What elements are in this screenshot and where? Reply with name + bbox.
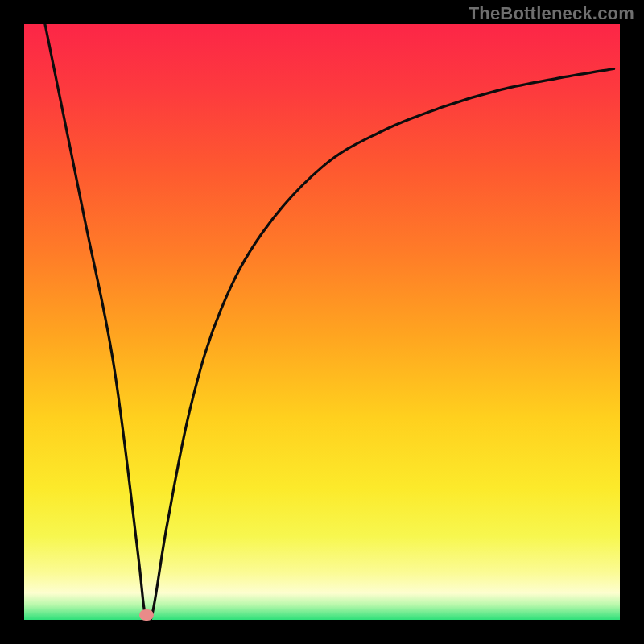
plot-area (24, 24, 620, 620)
bottleneck-marker (139, 609, 154, 621)
chart-curve (24, 24, 620, 620)
chart-frame: TheBottleneck.com (0, 0, 644, 644)
watermark-label: TheBottleneck.com (469, 3, 634, 24)
